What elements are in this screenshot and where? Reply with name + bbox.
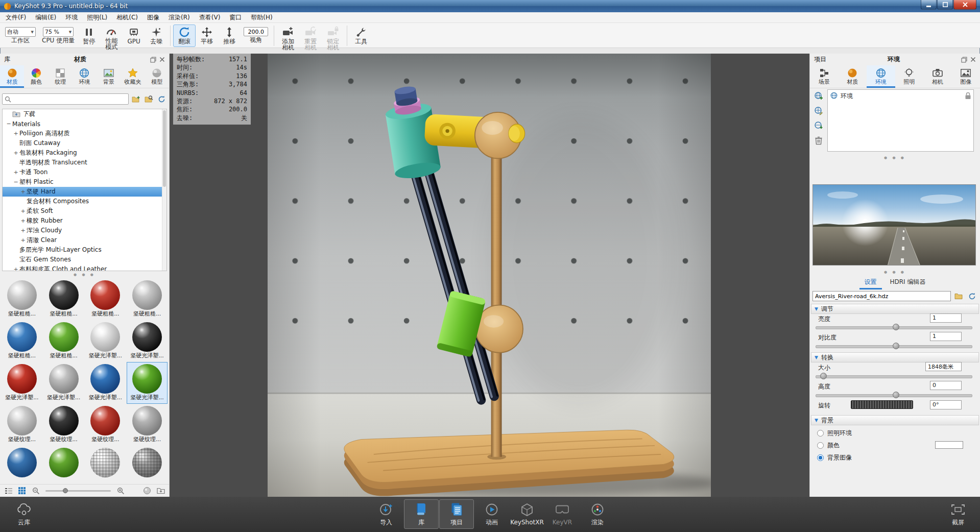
tree-item-10[interactable]: +柔软 Soft (3, 206, 166, 216)
hdri-preview[interactable] (812, 184, 976, 265)
tree-item-12[interactable]: +浑浊 Cloudy (3, 226, 166, 235)
collapse-toggle[interactable]: − (5, 120, 12, 127)
dock-library[interactable]: 库 (404, 499, 439, 529)
material-thumb-19[interactable] (127, 446, 168, 484)
scrollbar-thumb[interactable] (163, 110, 166, 187)
dock-render[interactable]: 渲染 (580, 499, 615, 529)
material-thumb-14[interactable]: 坚硬纹理... (85, 404, 126, 446)
maximize-button[interactable] (937, 0, 953, 10)
radio-button[interactable] (817, 454, 824, 461)
contrast-value[interactable]: 1 (930, 332, 962, 341)
contrast-slider[interactable] (816, 343, 972, 349)
tree-item-14[interactable]: 多层光学 Multi-Layer Optics (3, 245, 166, 255)
background-option-0[interactable]: 照明环境 (817, 428, 852, 438)
add-environment-button[interactable] (813, 90, 824, 102)
material-thumb-5[interactable]: 坚硬粗糙... (43, 320, 84, 362)
menu-item-9[interactable]: 帮助(H) (246, 12, 277, 23)
cloud-library-button[interactable]: 云库 (7, 499, 41, 529)
background-option-1[interactable]: 颜色 (817, 441, 840, 450)
slider-handle[interactable] (893, 343, 899, 349)
hdri-file-input[interactable] (812, 291, 951, 301)
dock-animation[interactable]: 动画 (474, 499, 509, 529)
render-view[interactable] (268, 54, 711, 497)
section-background[interactable]: ▼ 背景 (811, 415, 979, 425)
size-value[interactable]: 1848毫米 (925, 362, 962, 371)
material-thumb-6[interactable]: 坚硬光泽塑... (85, 320, 126, 362)
tree-item-8[interactable]: +坚硬 Hard (3, 187, 166, 197)
tab-materials[interactable]: 材质 (0, 65, 24, 88)
material-thumb-11[interactable]: 坚硬光泽塑... (127, 362, 168, 404)
tree-item-9[interactable]: 复合材料 Composites (3, 197, 166, 206)
tab-image[interactable]: 图像 (952, 65, 980, 88)
edit-environment-button[interactable] (813, 105, 824, 116)
material-thumb-18[interactable] (85, 446, 126, 484)
material-thumb-15[interactable]: 坚硬纹理... (127, 404, 168, 446)
preview-sphere-button[interactable] (141, 485, 153, 496)
expand-toggle[interactable]: + (19, 227, 27, 234)
menu-item-7[interactable]: 查看(V) (195, 12, 225, 23)
gpu-button[interactable]: GPU (123, 25, 145, 47)
refresh-hdri-button[interactable] (966, 291, 977, 302)
material-thumb-7[interactable]: 坚硬光泽塑... (127, 320, 168, 362)
float-panel-icon[interactable] (961, 57, 967, 63)
refresh-library-button[interactable] (156, 93, 167, 105)
thumbnail-size-slider[interactable] (45, 488, 111, 494)
menu-item-1[interactable]: 编辑(E) (31, 12, 61, 23)
tree-item-7[interactable]: −塑料 Plastic (3, 177, 166, 187)
add-camera-button[interactable]: 添加 相机 (277, 25, 299, 47)
tree-item-5[interactable]: 半透明材质 Translucent (3, 158, 166, 167)
brightness-slider[interactable] (816, 324, 972, 330)
menu-item-4[interactable]: 相机(C) (112, 12, 142, 23)
browse-hdri-button[interactable] (953, 291, 964, 302)
search-box[interactable] (2, 93, 129, 105)
grid-view-button[interactable] (16, 485, 28, 496)
tab-backplates[interactable]: 背景 (97, 65, 121, 88)
splitter-handle[interactable]: ● ● ● (810, 156, 980, 160)
close-panel-icon[interactable] (159, 57, 165, 62)
tab-environment[interactable]: 环境 (867, 65, 895, 88)
tree-item-15[interactable]: 宝石 Gem Stones (3, 255, 166, 264)
dolly-button[interactable]: 推移 (218, 25, 241, 47)
zoom-in-icon[interactable] (115, 485, 126, 496)
material-thumb-10[interactable]: 坚硬光泽塑... (85, 362, 126, 404)
search-input[interactable] (13, 96, 126, 103)
tree-item-0[interactable]: 下载 (3, 109, 166, 119)
tab-colors[interactable]: 颜色 (24, 65, 48, 88)
environment-list-item[interactable]: 环境 (828, 90, 973, 103)
tree-item-6[interactable]: +卡通 Toon (3, 167, 166, 177)
tab-models[interactable]: 模型 (145, 65, 169, 88)
background-option-2[interactable]: 背景图像 (817, 453, 852, 462)
workspace-select[interactable]: 自动▼工作区 (2, 25, 39, 47)
material-thumb-16[interactable] (2, 446, 42, 484)
tree-item-16[interactable]: +布料和皮革 Cloth and Leather (3, 264, 166, 271)
material-thumb-17[interactable] (43, 446, 84, 484)
tab-hdri-editor[interactable]: HDRI 编辑器 (885, 277, 931, 289)
tumble-button[interactable]: 翻滚 (173, 25, 196, 47)
slider-handle[interactable] (63, 488, 68, 493)
tree-scrollbar[interactable] (162, 109, 166, 271)
material-thumb-8[interactable]: 坚硬光泽塑... (2, 362, 42, 404)
slider-handle[interactable] (820, 373, 827, 379)
zoom-out-icon[interactable] (30, 485, 41, 496)
lock-camera-button[interactable]: 锁定 相机 (322, 25, 344, 47)
delete-environment-button[interactable] (813, 135, 824, 146)
close-button[interactable] (953, 0, 976, 10)
material-thumb-0[interactable]: 坚硬粗糙... (2, 278, 42, 320)
dock-project[interactable]: 项目 (439, 499, 474, 529)
performance-mode-button[interactable]: 性能 模式 (100, 25, 123, 47)
tree-item-3[interactable]: 剖面 Cutaway (3, 138, 166, 148)
tab-camera[interactable]: 相机 (923, 65, 952, 88)
pan-button[interactable]: 平移 (196, 25, 218, 47)
list-view-button[interactable] (3, 485, 14, 496)
expand-toggle[interactable]: + (12, 150, 19, 156)
tab-material[interactable]: 材质 (839, 65, 867, 88)
height-value[interactable]: 0 (930, 381, 962, 390)
menu-item-8[interactable]: 窗口 (225, 12, 246, 23)
expand-toggle[interactable]: + (19, 208, 27, 214)
float-panel-icon[interactable] (150, 57, 156, 63)
dock-import[interactable]: 导入 (369, 499, 403, 529)
radio-button[interactable] (817, 442, 824, 449)
rotation-wheel[interactable] (851, 400, 913, 409)
tab-favorites[interactable]: 收藏夹 (121, 65, 145, 88)
cpu-usage-select-box[interactable]: 75 %▼ (43, 27, 74, 37)
